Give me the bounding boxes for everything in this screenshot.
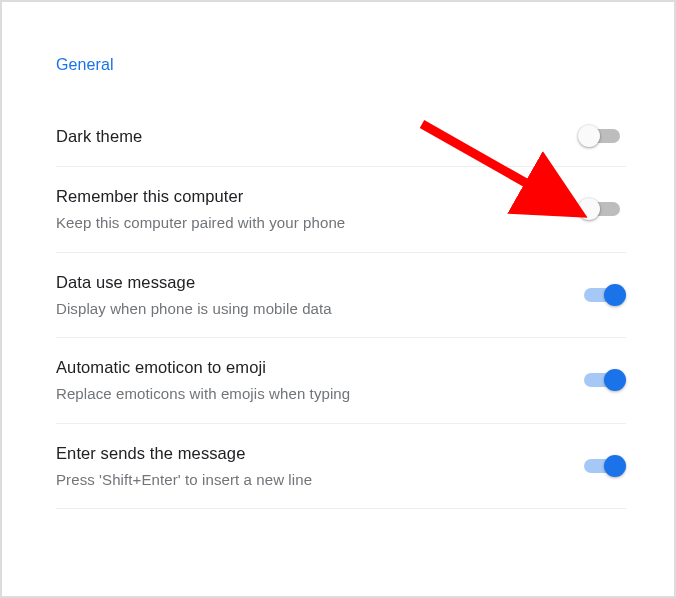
setting-title: Data use message — [56, 271, 558, 293]
toggle-auto-emoticon[interactable] — [578, 368, 626, 392]
toggle-data-use-message[interactable] — [578, 283, 626, 307]
settings-panel: General Dark theme Remember this compute… — [2, 2, 674, 509]
setting-title: Automatic emoticon to emoji — [56, 356, 558, 378]
setting-title: Dark theme — [56, 125, 558, 147]
setting-row-remember-computer: Remember this computer Keep this compute… — [56, 167, 626, 253]
toggle-remember-computer[interactable] — [578, 197, 626, 221]
setting-title: Enter sends the message — [56, 442, 558, 464]
toggle-dark-theme[interactable] — [578, 124, 626, 148]
setting-row-dark-theme: Dark theme — [56, 106, 626, 167]
setting-title: Remember this computer — [56, 185, 558, 207]
setting-row-auto-emoticon: Automatic emoticon to emoji Replace emot… — [56, 338, 626, 424]
setting-subtitle: Replace emoticons with emojis when typin… — [56, 384, 558, 404]
section-title-general: General — [56, 56, 626, 74]
setting-subtitle: Press 'Shift+Enter' to insert a new line — [56, 470, 558, 490]
setting-subtitle: Display when phone is using mobile data — [56, 299, 558, 319]
setting-row-data-use-message: Data use message Display when phone is u… — [56, 253, 626, 339]
setting-row-enter-sends: Enter sends the message Press 'Shift+Ent… — [56, 424, 626, 510]
setting-subtitle: Keep this computer paired with your phon… — [56, 213, 558, 233]
toggle-enter-sends[interactable] — [578, 454, 626, 478]
